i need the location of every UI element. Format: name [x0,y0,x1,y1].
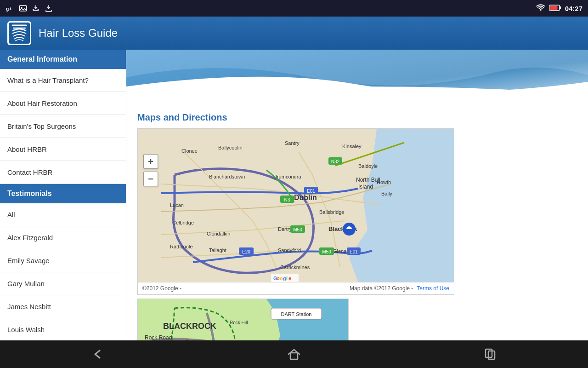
svg-text:Dublin: Dublin [294,194,317,201]
sidebar-item-louis-walsh[interactable]: Louis Walsh [0,318,126,340]
svg-text:North Bull: North Bull [356,177,380,183]
svg-text:N32: N32 [331,159,340,164]
svg-text:DART Station: DART Station [281,311,312,317]
svg-text:Tallaght: Tallaght [209,247,226,253]
map-container[interactable]: Clonee Ballycoolin Santry Kinsaley Baldo… [137,128,454,282]
svg-rect-1 [20,6,27,11]
terms-of-use-link[interactable]: Terms of Use [417,285,449,292]
svg-text:Celbridge: Celbridge [172,220,194,225]
svg-text:E01: E01 [350,249,358,254]
sidebar-item-james-nesbitt[interactable]: James Nesbitt [0,295,126,318]
svg-text:N3: N3 [284,197,290,202]
sidebar-item-hair-transplant[interactable]: What is a Hair Transplant? [0,69,126,92]
svg-text:Carrickmines: Carrickmines [280,264,310,270]
svg-text:g: g [283,276,286,281]
sidebar-item-about-hair-restoration[interactable]: About Hair Restoration [0,92,126,115]
svg-text:g+: g+ [6,6,12,12]
svg-text:Rock Road: Rock Road [145,334,172,340]
sidebar-header-testimonials: Testimonials [0,184,126,203]
svg-point-8 [540,9,542,11]
svg-text:l: l [286,276,288,281]
sidebar-header-general: General Information [0,50,126,69]
svg-text:e: e [288,276,291,281]
battery-icon [549,5,561,12]
svg-rect-5 [33,9,34,10]
svg-text:E20: E20 [242,249,250,254]
svg-text:E01: E01 [307,189,315,194]
recents-button[interactable] [472,344,509,364]
bottom-nav [0,340,588,368]
google-plus-icon: g+ [6,4,15,13]
sidebar-item-alex-fitzgerald[interactable]: Alex Fitzgerald [0,226,126,249]
svg-rect-6 [38,9,39,10]
zoom-out-button[interactable]: − [143,172,158,186]
status-bar-left: g+ [6,4,53,13]
content-inner: Maps and Directions [126,105,588,340]
svg-text:M50: M50 [293,227,302,232]
time-display: 04:27 [565,5,582,12]
sidebar-item-about-hrbr[interactable]: About HRBR [0,138,126,161]
content-area: Maps and Directions [126,50,588,340]
svg-text:Ballsbridge: Ballsbridge [319,209,344,215]
zoom-in-button[interactable]: + [143,154,158,169]
svg-text:Santry: Santry [285,140,300,146]
download-alt-icon [44,4,53,13]
svg-text:Baily: Baily [381,191,392,196]
wifi-icon [536,4,546,13]
svg-rect-11 [550,6,557,10]
map-caption-copyright: Map data ©2012 Google - [350,285,413,292]
svg-text:Clonee: Clonee [181,148,198,154]
sidebar: General Information What is a Hair Trans… [0,50,126,340]
svg-text:Baldoyle: Baldoyle [358,163,378,169]
status-bar: g+ 04:27 [0,0,588,17]
svg-text:BLACKROCK: BLACKROCK [163,322,216,331]
status-bar-right: 04:27 [536,4,582,13]
svg-rect-78 [290,353,298,359]
svg-text:Sandyford: Sandyford [278,247,301,253]
sidebar-item-all[interactable]: All [0,203,126,226]
content-wave-header [126,50,588,105]
map-caption-copyright-left: ©2012 Google - [142,285,181,292]
app-title: Hair Loss Guide [39,27,118,40]
svg-text:Lucan: Lucan [170,202,184,208]
sidebar-item-gary-mullan[interactable]: Gary Mullan [0,272,126,295]
back-button[interactable] [79,344,116,364]
svg-text:Kinsaley: Kinsaley [342,144,362,149]
app-header: Hair Loss Guide [0,17,588,50]
image-icon [18,4,28,13]
download-icon [31,4,40,13]
sidebar-item-emily-savage[interactable]: Emily Savage [0,249,126,272]
map-inner: Clonee Ballycoolin Santry Kinsaley Baldo… [138,129,454,282]
app-logo [7,21,31,45]
secondary-map: Rock Road BLACKROCK DART Station Blackro… [137,299,349,340]
svg-text:Rock Hill: Rock Hill [230,320,248,325]
svg-text:Rathcoole: Rathcoole [170,244,193,249]
maps-title: Maps and Directions [137,112,577,123]
svg-text:M50: M50 [322,249,331,254]
svg-text:Island: Island [358,184,373,190]
svg-text:o: o [277,276,280,281]
map-caption: ©2012 Google - Map data ©2012 Google - T… [137,282,454,295]
svg-text:o: o [280,276,283,281]
svg-text:Blanchardstown: Blanchardstown [209,174,245,179]
svg-text:Clondalkin: Clondalkin [207,231,230,236]
svg-text:Dartry: Dartry [278,226,292,232]
svg-rect-10 [560,6,561,9]
sidebar-item-contact-hrbr[interactable]: Contact HRBR [0,161,126,184]
sidebar-item-britains-top-surgeons[interactable]: Britain's Top Surgeons [0,115,126,138]
svg-text:Drumcondra: Drumcondra [273,174,301,179]
svg-text:Ballycoolin: Ballycoolin [218,145,243,150]
main-layout: General Information What is a Hair Trans… [0,50,588,340]
home-button[interactable] [276,344,312,364]
